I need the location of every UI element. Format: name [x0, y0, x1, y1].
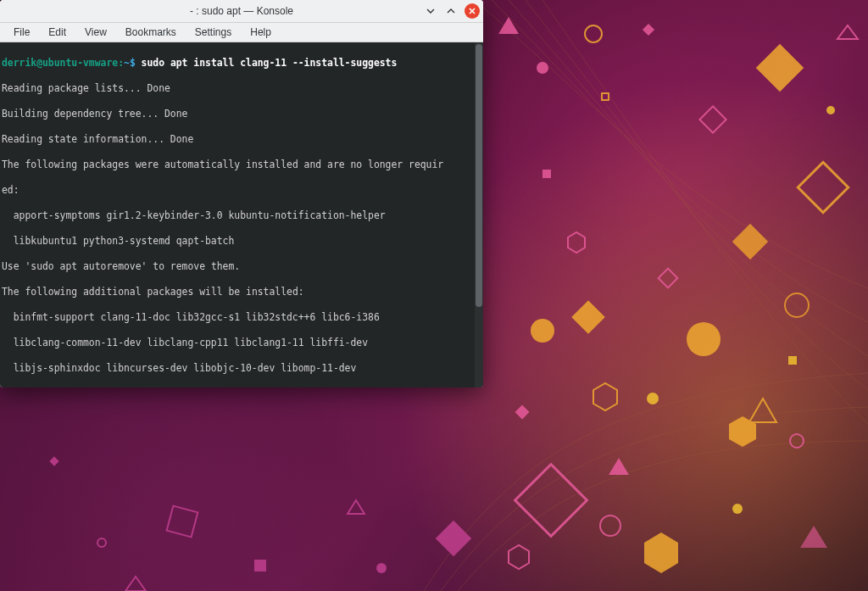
menu-view[interactable]: View [76, 25, 115, 40]
terminal-line: libclang-common-11-dev libclang-cpp11 li… [2, 337, 480, 349]
svg-rect-9 [515, 405, 530, 420]
terminal-line: apport-symptoms gir1.2-keybinder-3.0 kub… [2, 209, 480, 222]
scrollbar-thumb[interactable] [476, 44, 482, 307]
svg-rect-8 [571, 300, 605, 334]
svg-marker-38 [729, 416, 756, 447]
close-button[interactable] [465, 3, 480, 19]
terminal-line: The following packages were automaticall… [2, 159, 480, 171]
window-title: - : sudo apt — Konsole [0, 5, 483, 17]
svg-point-23 [600, 516, 620, 536]
svg-rect-13 [254, 560, 266, 571]
svg-rect-5 [798, 162, 848, 212]
svg-rect-3 [602, 93, 609, 100]
prompt-dollar: $ [130, 57, 136, 69]
minimize-button[interactable] [424, 4, 437, 18]
terminal-line: binfmt-support clang-11-doc lib32gcc-s1 … [2, 311, 480, 324]
svg-marker-36 [593, 383, 617, 410]
svg-rect-10 [788, 356, 797, 365]
terminal-line: The following additional packages will b… [2, 286, 480, 298]
svg-marker-29 [837, 25, 858, 39]
menubar: File Edit View Bookmarks Settings Help [0, 23, 483, 42]
menu-edit[interactable]: Edit [40, 25, 75, 40]
svg-point-17 [585, 25, 602, 42]
svg-point-26 [531, 319, 554, 343]
window-controls [424, 0, 480, 22]
svg-marker-37 [509, 545, 529, 569]
window-titlebar[interactable]: - : sudo apt — Konsole [0, 0, 483, 23]
svg-rect-0 [756, 44, 804, 92]
menu-file[interactable]: File [5, 25, 38, 40]
svg-point-16 [537, 62, 548, 74]
svg-point-24 [376, 563, 387, 573]
terminal-line: ed: [2, 184, 480, 197]
svg-rect-2 [643, 24, 654, 36]
terminal-line: Building dependency tree... Done [2, 108, 480, 120]
svg-rect-15 [49, 456, 58, 466]
svg-rect-12 [436, 521, 471, 556]
svg-rect-1 [699, 106, 726, 132]
svg-point-18 [826, 106, 835, 114]
svg-point-20 [647, 393, 659, 404]
menu-help[interactable]: Help [242, 25, 280, 40]
svg-rect-14 [167, 506, 198, 538]
svg-point-25 [97, 538, 106, 547]
terminal-line: libjs-sphinxdoc libncurses-dev libobjc-1… [2, 362, 480, 375]
prompt-command: sudo apt install clang-11 --install-sugg… [142, 57, 398, 69]
terminal-line: libkubuntu1 python3-systemd qapt-batch [2, 235, 480, 248]
prompt-userhost: derrik@ubuntu-vmware [2, 57, 118, 69]
svg-rect-7 [659, 269, 678, 288]
terminal-line: Reading state information... Done [2, 133, 480, 146]
menu-bookmarks[interactable]: Bookmarks [117, 25, 185, 40]
menu-settings[interactable]: Settings [186, 25, 240, 40]
svg-point-19 [687, 322, 721, 356]
svg-point-21 [790, 434, 804, 448]
svg-marker-31 [609, 458, 629, 475]
svg-marker-39 [568, 232, 585, 253]
svg-point-22 [732, 504, 743, 514]
svg-point-27 [785, 293, 809, 317]
terminal-scrollbar[interactable] [475, 42, 483, 387]
terminal-line: Reading package lists... Done [2, 82, 480, 95]
terminal-line: Use 'sudo apt autoremove' to remove them… [2, 260, 480, 273]
svg-marker-30 [749, 399, 776, 422]
maximize-button[interactable] [444, 4, 458, 18]
svg-marker-32 [348, 500, 364, 514]
svg-marker-34 [800, 526, 827, 548]
terminal-area[interactable]: derrik@ubuntu-vmware:~$ sudo apt install… [0, 42, 483, 387]
svg-marker-33 [125, 577, 146, 591]
konsole-window: - : sudo apt — Konsole File Edit View Bo… [0, 0, 483, 387]
svg-rect-4 [542, 170, 551, 178]
prompt-path: ~ [124, 57, 130, 69]
prompt-colon: : [118, 57, 124, 69]
svg-marker-35 [644, 532, 678, 573]
svg-marker-28 [498, 17, 519, 34]
